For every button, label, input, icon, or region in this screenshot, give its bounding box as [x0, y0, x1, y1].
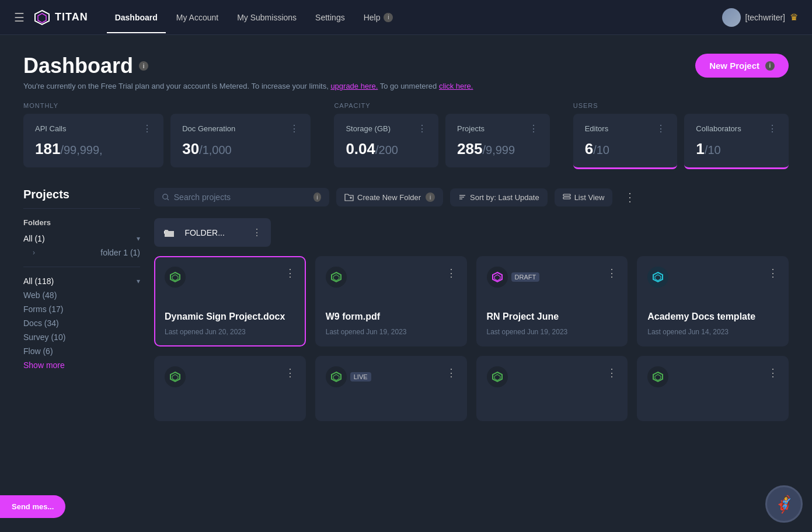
project-card-2[interactable]: DRAFT ⋮ RN Project June Last opened Jun … — [476, 256, 628, 346]
card-icon-3 — [647, 267, 668, 288]
click-here-link[interactable]: click here. — [439, 82, 473, 90]
stats-section: MONTHLY API Calls ⋮ 181/99,999, Doc Gene… — [23, 102, 789, 169]
card-menu-5[interactable]: ⋮ — [446, 366, 456, 379]
svg-marker-20 — [172, 374, 178, 380]
project-card-3[interactable]: ⋮ Academy Docs template Last opened Jun … — [637, 256, 789, 346]
stat-projects: Projects ⋮ 285/9,999 — [445, 114, 550, 167]
sidebar-item-web[interactable]: Web (48) — [23, 288, 140, 302]
nav-link-help[interactable]: Help i — [356, 8, 402, 27]
nav-logo[interactable]: TITAN — [34, 9, 88, 26]
nav-link-mysubmissions[interactable]: My Submissions — [229, 8, 305, 27]
list-view-icon — [563, 193, 571, 201]
stat-collaborators: Collaborators ⋮ 1/10 — [684, 114, 789, 169]
sidebar-item-docs[interactable]: Docs (34) — [23, 316, 140, 330]
monthly-label: MONTHLY — [23, 102, 311, 109]
project-card-6[interactable]: ⋮ — [476, 356, 628, 421]
svg-marker-18 — [655, 275, 661, 281]
sort-icon — [458, 193, 466, 201]
sidebar-item-folder1[interactable]: › folder 1 (1) — [23, 246, 140, 260]
project-card-0[interactable]: ⋮ Dynamic Sign Project.docx Last opened … — [154, 256, 306, 346]
upgrade-link[interactable]: upgrade here. — [330, 82, 378, 90]
nav-link-myaccount[interactable]: My Account — [168, 8, 226, 27]
project-card-7[interactable]: ⋮ — [637, 356, 789, 421]
users-stats: Editors ⋮ 6/10 Collaborators ⋮ 1/10 — [573, 114, 789, 169]
sidebar-item-flow[interactable]: Flow (6) — [23, 344, 140, 358]
dashboard-title: Dashboard i — [23, 54, 473, 78]
card-menu-4[interactable]: ⋮ — [285, 366, 295, 379]
nav-link-dashboard[interactable]: Dashboard — [107, 8, 166, 27]
card-menu-7[interactable]: ⋮ — [768, 366, 778, 379]
new-project-button[interactable]: New Project i — [695, 54, 789, 78]
card-icon-0 — [165, 267, 186, 288]
hamburger-icon[interactable]: ☰ — [14, 10, 25, 24]
stat-menu-storage[interactable]: ⋮ — [417, 123, 427, 134]
card-badge-2: DRAFT — [511, 272, 540, 282]
folder-plus-icon — [344, 192, 354, 202]
chevron-right-icon: › — [33, 249, 35, 257]
card-menu-3[interactable]: ⋮ — [768, 267, 778, 279]
sidebar-item-all-categories[interactable]: All (118) ▾ — [23, 274, 140, 288]
card-date-0: Last opened Jun 20, 2023 — [165, 328, 295, 336]
card-menu-6[interactable]: ⋮ — [607, 366, 617, 379]
navbar: ☰ TITAN Dashboard My Account My Submissi… — [0, 0, 812, 35]
stat-menu-doc[interactable]: ⋮ — [290, 123, 299, 134]
search-input[interactable] — [174, 192, 308, 202]
sidebar-item-all-folders[interactable]: All (1) ▾ — [23, 232, 140, 246]
nav-links: Dashboard My Account My Submissions Sett… — [107, 8, 722, 27]
card-icon-2 — [487, 267, 508, 288]
svg-point-2 — [163, 194, 168, 199]
folder-menu-icon[interactable]: ⋮ — [252, 227, 262, 238]
svg-marker-1 — [38, 13, 46, 23]
svg-marker-22 — [333, 374, 339, 380]
titan-logo-icon — [34, 9, 50, 26]
card-icon-1 — [326, 267, 347, 288]
stat-menu-editors[interactable]: ⋮ — [656, 123, 665, 134]
crown-icon: ♛ — [790, 12, 798, 23]
svg-rect-9 — [563, 194, 570, 196]
dashboard-title-area: Dashboard i You're currently on the Free… — [23, 54, 473, 90]
card-title-0: Dynamic Sign Project.docx — [165, 311, 295, 323]
card-menu-0[interactable]: ⋮ — [285, 267, 295, 279]
card-title-3: Academy Docs template — [647, 311, 778, 323]
sidebar-item-survey[interactable]: Survey (10) — [23, 330, 140, 344]
stat-api-calls: API Calls ⋮ 181/99,999, — [23, 114, 163, 167]
sort-button[interactable]: Sort by: Last Update — [450, 188, 548, 206]
card-date-3: Last opened Jun 14, 2023 — [647, 328, 778, 336]
card-menu-1[interactable]: ⋮ — [446, 267, 456, 279]
folder-filled-icon — [163, 227, 175, 239]
create-folder-button[interactable]: Create New Folder i — [336, 188, 443, 206]
svg-marker-14 — [333, 275, 339, 281]
card-menu-2[interactable]: ⋮ — [607, 267, 617, 279]
stat-menu-collab[interactable]: ⋮ — [768, 123, 777, 134]
stat-storage: Storage (GB) ⋮ 0.04/200 — [334, 114, 438, 167]
sidebar-item-forms[interactable]: Forms (17) — [23, 302, 140, 316]
project-card-5[interactable]: LIVE ⋮ — [315, 356, 467, 421]
toolbar-more-button[interactable]: ⋮ — [619, 188, 640, 206]
folder-item[interactable]: ▪ FOLDER... ⋮ — [154, 218, 271, 247]
card-icon-4 — [165, 366, 186, 387]
card-icon-7 — [647, 366, 668, 387]
sidebar-title: Projects — [23, 188, 140, 209]
card-title-2: RN Project June — [487, 311, 618, 323]
list-view-button[interactable]: List View — [555, 188, 613, 206]
project-card-4[interactable]: ⋮ — [154, 356, 306, 421]
stat-menu-projects[interactable]: ⋮ — [529, 123, 538, 134]
project-card-1[interactable]: ⋮ W9 form.pdf Last opened Jun 19, 2023 — [315, 256, 467, 346]
dashboard-subtitle: You're currently on the Free Trial plan … — [23, 82, 473, 90]
chevron-down-icon: ▾ — [137, 235, 140, 243]
dashboard-info-badge: i — [139, 61, 148, 71]
nav-link-settings[interactable]: Settings — [307, 8, 353, 27]
folder-name: FOLDER... — [184, 228, 245, 237]
sidebar-folders-label: Folders — [23, 218, 140, 227]
projects-section: Projects Folders All (1) ▾ › folder 1 (1… — [23, 188, 789, 421]
bot-avatar[interactable]: 🦸 — [765, 485, 803, 523]
send-message-button[interactable]: Send mes... — [0, 495, 65, 518]
svg-rect-10 — [563, 197, 570, 199]
nav-username: [techwriter] — [745, 13, 785, 22]
projects-toolbar: i Create New Folder i — [154, 188, 789, 206]
stat-menu-api[interactable]: ⋮ — [142, 123, 152, 134]
show-more-button[interactable]: Show more — [23, 360, 140, 370]
capacity-label: CAPACITY — [334, 102, 549, 109]
svg-marker-24 — [494, 374, 500, 380]
nav-avatar — [722, 8, 741, 27]
